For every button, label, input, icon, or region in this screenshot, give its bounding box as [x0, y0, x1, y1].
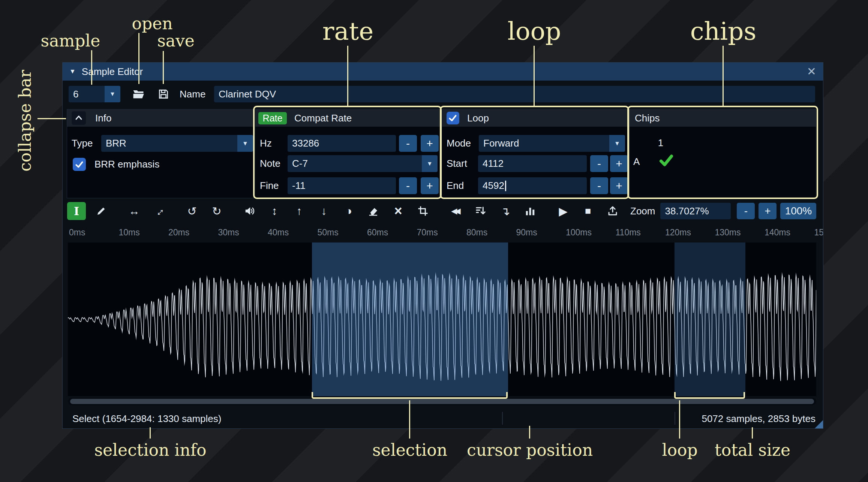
export-button[interactable] — [603, 202, 622, 220]
annotation-loop: loop — [508, 17, 561, 46]
chevron-down-icon[interactable]: ▼ — [237, 135, 253, 152]
name-label: Name — [180, 86, 205, 102]
toolbar: I ↔ ↔ ↺ ↻ ↕ ↑ ↓ ◑ × ◀◀ ↴ ▶ ■ Zoom 38.702… — [67, 202, 819, 220]
status-separator — [502, 412, 503, 425]
type-select[interactable]: BRR ▼ — [101, 135, 253, 152]
arrow-turn-down-icon: ↴ — [501, 205, 510, 218]
zoom-minus-button[interactable]: - — [737, 203, 755, 219]
zoom-reset-button[interactable]: 100% — [780, 203, 816, 219]
annotation-rate: rate — [322, 17, 373, 46]
check-icon — [75, 160, 84, 169]
vertical-resize-button[interactable]: ↕ — [265, 202, 284, 220]
total-size-text: 5072 samples, 2853 bytes — [702, 408, 816, 429]
redo-icon: ↻ — [212, 205, 221, 218]
zoom-label: Zoom — [630, 205, 655, 217]
timeline-tick: 60ms — [367, 228, 388, 238]
zoom-plus-button[interactable]: + — [759, 203, 777, 219]
horizontal-resize-button[interactable]: ↔ — [125, 202, 144, 220]
zoom-input[interactable]: 38.7027% — [660, 203, 731, 219]
upload-icon — [607, 205, 618, 217]
timeline-tick: 50ms — [318, 228, 339, 238]
sample-select[interactable]: 6 ▼ — [69, 86, 120, 102]
lines-down-arrow-icon — [475, 205, 486, 217]
trim-button[interactable] — [414, 202, 432, 220]
collapse-triangle-icon[interactable]: ▼ — [69, 68, 76, 75]
annotation-collapse-bar: collapse bar — [15, 70, 34, 172]
horizontal-arrows-icon: ↔ — [129, 205, 140, 217]
annotation-line-selection — [409, 400, 410, 439]
annotation-cursor-position: cursor position — [467, 440, 593, 460]
resize-grip[interactable] — [815, 420, 823, 428]
downsample-button[interactable] — [471, 202, 490, 220]
annotation-box-chips — [627, 106, 818, 199]
annotation-bracket-selection — [312, 392, 508, 399]
annotation-line-rate — [347, 46, 348, 106]
insert-button[interactable]: ↴ — [496, 202, 515, 220]
collapse-button[interactable] — [72, 111, 86, 125]
invert-button[interactable]: ◑ — [339, 202, 358, 220]
rewind-button[interactable]: ◀◀ — [447, 202, 465, 220]
amplify-down-button[interactable]: ↓ — [315, 202, 333, 220]
name-input[interactable]: Clarinet DQV — [214, 86, 815, 102]
timeline-tick: 0ms — [69, 228, 85, 238]
filter-button[interactable] — [521, 202, 540, 220]
annotation-line-cursor-position — [529, 426, 530, 439]
redo-button[interactable]: ↻ — [207, 202, 226, 220]
open-button[interactable] — [129, 86, 148, 102]
annotation-chips: chips — [690, 17, 757, 46]
preview-button[interactable] — [240, 202, 259, 220]
info-panel: Info Type BRR ▼ BRR emphasis — [67, 109, 254, 198]
annotation-total-size: total size — [715, 440, 790, 460]
close-button[interactable]: ✕ — [807, 66, 816, 77]
horizontal-scrollbar[interactable] — [68, 398, 816, 405]
play-button[interactable]: ▶ — [554, 202, 573, 220]
annotation-box-loop — [440, 106, 629, 199]
pencil-tool-button[interactable] — [92, 202, 111, 220]
zoom-input-value: 38.7027% — [665, 205, 709, 217]
floppy-icon — [157, 88, 169, 100]
pencil-icon — [96, 205, 107, 217]
cursor-position-cell — [509, 408, 670, 429]
annotation-loop-region: loop — [662, 440, 697, 460]
titlebar[interactable]: ▼ Sample Editor ✕ — [63, 63, 823, 81]
timeline[interactable]: 0ms10ms20ms30ms40ms50ms60ms70ms80ms90ms1… — [68, 225, 816, 241]
timeline-tick: 20ms — [168, 228, 189, 238]
annotation-save: save — [157, 31, 195, 50]
brr-emphasis-checkbox[interactable] — [73, 158, 86, 171]
chevron-down-icon[interactable]: ▼ — [105, 86, 120, 102]
timeline-tick: 90ms — [516, 228, 537, 238]
status-bar: Select (1654-2984: 1330 samples) 5072 sa… — [63, 408, 823, 429]
timeline-tick: 80ms — [466, 228, 487, 238]
status-separator — [675, 412, 675, 425]
timeline-tick: 120ms — [665, 228, 691, 238]
save-button[interactable] — [154, 86, 173, 102]
ibeam-tool-button[interactable]: I — [67, 202, 86, 220]
arrow-down-icon: ↓ — [321, 205, 327, 217]
annotation-line-collapse-bar — [37, 118, 66, 119]
waveform-selection — [312, 242, 508, 396]
timeline-tick: 150 — [814, 228, 824, 238]
ibeam-icon: I — [74, 205, 79, 218]
annotation-line-chips — [723, 46, 724, 106]
eraser-icon — [368, 205, 379, 217]
delete-button[interactable]: × — [389, 202, 408, 220]
stop-button[interactable]: ■ — [579, 202, 597, 220]
timeline-tick: 140ms — [765, 228, 790, 238]
undo-button[interactable]: ↺ — [183, 202, 201, 220]
folder-icon — [132, 88, 145, 100]
amplify-up-button[interactable]: ↑ — [290, 202, 309, 220]
type-label: Type — [72, 135, 93, 152]
timeline-tick: 100ms — [566, 228, 592, 238]
stop-icon: ■ — [585, 205, 591, 217]
annotation-line-loop — [534, 46, 535, 106]
diagonal-resize-button[interactable]: ↔ — [150, 202, 168, 220]
bar-chart-icon — [525, 205, 536, 217]
silence-button[interactable] — [364, 202, 383, 220]
half-circle-icon: ◑ — [345, 205, 352, 217]
annotation-bracket-loop — [674, 392, 745, 399]
timeline-tick: 40ms — [268, 228, 289, 238]
timeline-tick: 110ms — [616, 228, 641, 238]
annotation-line-sample — [91, 50, 92, 85]
annotation-line-save — [163, 51, 164, 84]
scrollbar-thumb[interactable] — [70, 399, 814, 404]
